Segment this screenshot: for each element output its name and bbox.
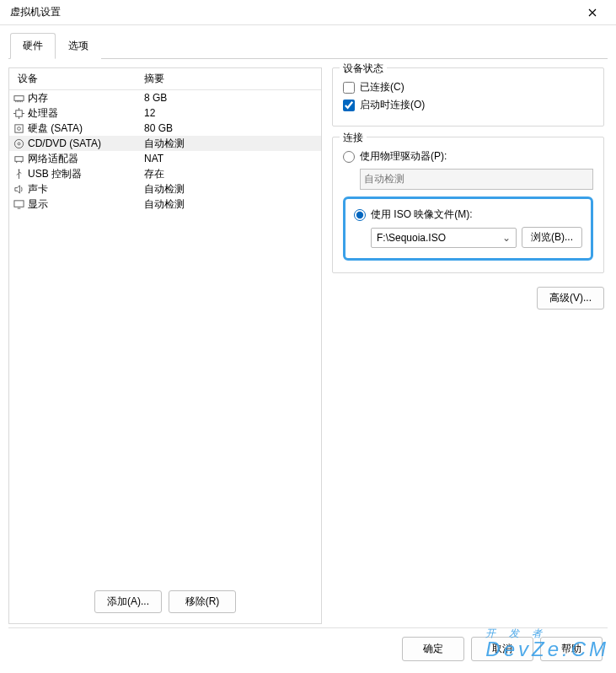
- device-name: 处理器: [28, 106, 144, 121]
- device-summary: 自动检测: [144, 137, 321, 151]
- device-table: 设备 摘要 内存8 GB处理器12硬盘 (SATA)80 GBCD/DVD (S…: [9, 68, 321, 580]
- device-status-group: 设备状态 已连接(C) 启动时连接(O): [332, 67, 604, 127]
- connected-checkbox[interactable]: [343, 82, 355, 94]
- connection-title: 连接: [340, 131, 367, 145]
- connection-group: 连接 使用物理驱动器(P): 自动检测 使用 ISO 映像文件(M): F: [332, 137, 604, 273]
- usb-icon: [9, 169, 28, 180]
- device-summary: 80 GB: [144, 122, 321, 134]
- window-title: 虚拟机设置: [7, 5, 576, 19]
- network-icon: [9, 153, 28, 164]
- device-name: USB 控制器: [28, 167, 144, 181]
- device-row[interactable]: CD/DVD (SATA)自动检测: [9, 136, 321, 151]
- device-name: 网络适配器: [28, 152, 144, 166]
- tabs: 硬件 选项: [8, 32, 608, 59]
- titlebar: 虚拟机设置: [0, 0, 616, 25]
- device-table-header: 设备 摘要: [9, 68, 321, 90]
- dialog-footer: 确定 取消 帮助: [8, 627, 608, 670]
- help-button[interactable]: 帮助: [540, 637, 603, 661]
- display-icon: [9, 199, 28, 210]
- settings-panel: 设备状态 已连接(C) 启动时连接(O) 连接 使用物理驱动器(P): 自动检测: [332, 67, 608, 624]
- device-summary: 存在: [144, 167, 321, 181]
- svg-point-4: [14, 139, 23, 148]
- cpu-icon: [9, 108, 28, 119]
- svg-point-7: [18, 169, 19, 170]
- device-panel: 设备 摘要 内存8 GB处理器12硬盘 (SATA)80 GBCD/DVD (S…: [8, 67, 322, 624]
- device-summary: 自动检测: [144, 197, 321, 212]
- chevron-down-icon: ⌄: [502, 232, 511, 244]
- memory-icon: [9, 93, 28, 104]
- iso-file-select[interactable]: F:\Sequoia.ISO ⌄: [371, 228, 517, 248]
- tab-hardware[interactable]: 硬件: [10, 33, 56, 59]
- svg-rect-2: [14, 124, 22, 132]
- connect-at-poweron-checkbox[interactable]: [343, 100, 355, 111]
- iso-highlight-box: 使用 ISO 映像文件(M): F:\Sequoia.ISO ⌄ 浏览(B)..…: [343, 197, 593, 261]
- device-summary: 12: [144, 107, 321, 119]
- device-name: 内存: [28, 91, 144, 105]
- remove-button[interactable]: 移除(R): [169, 590, 236, 613]
- cancel-button[interactable]: 取消: [471, 637, 533, 661]
- device-summary: 自动检测: [144, 182, 321, 197]
- device-row[interactable]: 硬盘 (SATA)80 GB: [9, 121, 321, 136]
- header-device: 设备: [9, 72, 144, 86]
- header-summary: 摘要: [144, 72, 321, 86]
- browse-button[interactable]: 浏览(B)...: [522, 227, 582, 248]
- svg-rect-0: [13, 95, 23, 100]
- device-row[interactable]: 处理器12: [9, 105, 321, 121]
- physical-drive-select: 自动检测: [360, 169, 593, 190]
- svg-rect-6: [14, 156, 22, 161]
- ok-button[interactable]: 确定: [402, 637, 464, 661]
- device-row[interactable]: USB 控制器存在: [9, 166, 321, 181]
- device-row[interactable]: 内存8 GB: [9, 90, 321, 105]
- add-button[interactable]: 添加(A)...: [94, 590, 162, 613]
- device-row[interactable]: 显示自动检测: [9, 197, 321, 212]
- physical-drive-radio[interactable]: [343, 151, 355, 163]
- connected-label[interactable]: 已连接(C): [360, 80, 404, 94]
- device-name: 声卡: [28, 182, 144, 197]
- cd-icon: [9, 138, 28, 149]
- iso-file-value: F:\Sequoia.ISO: [377, 232, 446, 244]
- device-name: 硬盘 (SATA): [28, 121, 144, 136]
- physical-drive-label[interactable]: 使用物理驱动器(P):: [360, 149, 447, 164]
- svg-rect-1: [15, 110, 21, 116]
- sound-icon: [9, 184, 28, 195]
- device-summary: NAT: [144, 153, 321, 164]
- svg-point-5: [18, 143, 20, 145]
- svg-rect-8: [13, 200, 23, 206]
- iso-file-label[interactable]: 使用 ISO 映像文件(M):: [371, 207, 473, 222]
- svg-point-3: [17, 127, 20, 130]
- device-summary: 8 GB: [144, 92, 321, 104]
- advanced-button[interactable]: 高级(V)...: [537, 287, 604, 310]
- iso-file-radio[interactable]: [354, 209, 366, 221]
- device-name: 显示: [28, 197, 144, 212]
- disk-icon: [9, 123, 28, 134]
- device-row[interactable]: 网络适配器NAT: [9, 151, 321, 166]
- device-name: CD/DVD (SATA): [28, 137, 144, 149]
- tab-options[interactable]: 选项: [56, 33, 101, 59]
- device-status-title: 设备状态: [340, 62, 387, 76]
- device-row[interactable]: 声卡自动检测: [9, 181, 321, 197]
- close-icon: [588, 8, 597, 17]
- close-button[interactable]: [576, 1, 609, 24]
- connect-at-poweron-label[interactable]: 启动时连接(O): [360, 98, 425, 112]
